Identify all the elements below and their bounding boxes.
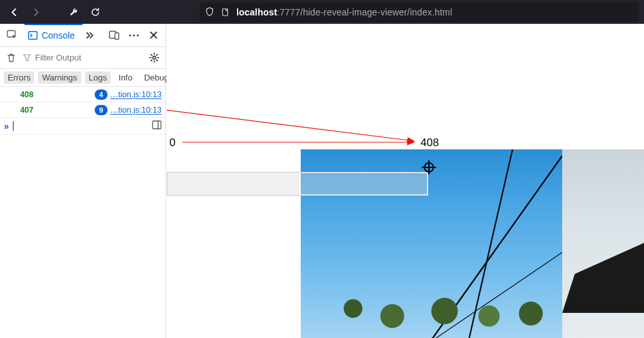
log-line[interactable]: 407 9 …tion.js:10:13 (0, 102, 166, 118)
svg-line-15 (167, 96, 414, 141)
filter-input[interactable] (35, 50, 144, 66)
svg-rect-4 (115, 33, 118, 39)
console-settings-button[interactable] (147, 50, 162, 66)
svg-point-5 (129, 34, 131, 36)
arrow-right-icon (31, 7, 41, 17)
tab-overflow-button[interactable] (82, 27, 99, 44)
crosshair-icon (422, 160, 436, 174)
inspector-picker-button[interactable] (4, 27, 20, 44)
close-icon (149, 31, 158, 39)
svg-point-7 (137, 34, 138, 36)
trash-icon (6, 53, 16, 63)
svg-rect-2 (28, 32, 37, 39)
log-value: 407 (4, 106, 33, 115)
clear-console-button[interactable] (4, 50, 19, 66)
console-filter-row (0, 47, 166, 69)
cat-warnings[interactable]: Warnings (38, 71, 80, 84)
svg-rect-0 (223, 8, 228, 15)
devices-icon (109, 30, 120, 40)
arrow-left-icon (9, 7, 19, 17)
filter-input-group (23, 50, 144, 66)
cat-info[interactable]: Info (115, 71, 137, 84)
offset-start-label: 0 (169, 136, 175, 149)
url-bar[interactable]: localhost:7777/hide-reveal-image-viewer/… (200, 3, 639, 22)
log-line[interactable]: 408 4 …tion.js:10:13 (0, 87, 166, 102)
log-source-link[interactable]: …tion.js:10:13 (110, 106, 162, 115)
svg-point-8 (153, 56, 156, 59)
log-category-row: Errors Warnings Logs Info Debug (0, 69, 166, 87)
highlight-rect (167, 172, 428, 196)
log-count-badge: 4 (95, 89, 108, 100)
wrench-icon (68, 7, 79, 17)
picker-icon (6, 30, 17, 41)
tab-console[interactable]: Console (24, 30, 79, 41)
shield-icon (205, 7, 214, 17)
reload-button[interactable] (86, 3, 104, 21)
funnel-icon (23, 53, 32, 62)
prompt-chevron-icon: » (4, 121, 9, 131)
forward-button[interactable] (27, 3, 45, 21)
reload-icon (90, 7, 100, 17)
log-count-badge: 9 (95, 105, 108, 115)
url-text: localhost:7777/hide-reveal-image-viewer/… (236, 7, 452, 17)
split-console-icon (152, 120, 162, 129)
chevrons-right-icon (85, 32, 95, 39)
svg-point-6 (133, 34, 135, 36)
meatballs-button[interactable] (126, 27, 142, 44)
browser-toolbar: localhost:7777/hide-reveal-image-viewer/… (0, 0, 644, 24)
dots-icon (129, 34, 139, 37)
console-prompt[interactable]: » (0, 118, 166, 135)
log-value: 408 (4, 90, 33, 99)
console-tab-label: Console (42, 30, 75, 41)
close-devtools-button[interactable] (146, 27, 162, 44)
wrench-button[interactable] (64, 3, 82, 21)
responsive-mode-button[interactable] (106, 27, 122, 44)
log-source-link[interactable]: …tion.js:10:13 (110, 90, 162, 99)
crosshair-cursor (422, 160, 436, 174)
svg-rect-9 (153, 121, 161, 129)
cat-logs[interactable]: Logs (85, 71, 111, 84)
console-log-list: 408 4 …tion.js:10:13 407 9 …tion.js:10:1… (0, 87, 166, 135)
cat-errors[interactable]: Errors (4, 71, 34, 84)
gear-icon (149, 52, 160, 63)
console-icon (28, 30, 38, 41)
back-button[interactable] (5, 3, 23, 21)
page-viewport: 0 408 (167, 24, 644, 338)
caret (13, 121, 14, 131)
devtools-panel: Console Errors Warnings Logs Info (0, 24, 166, 338)
devtools-tab-row: Console (0, 24, 166, 47)
page-icon (221, 8, 230, 17)
image-right (562, 149, 644, 338)
offset-end-label: 408 (421, 136, 439, 149)
